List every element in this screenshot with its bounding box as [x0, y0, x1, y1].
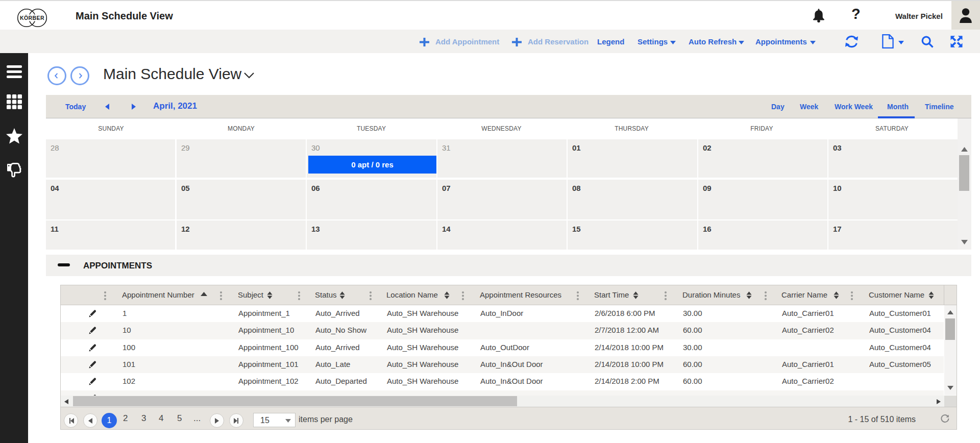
svg-text:KÖRBER: KÖRBER	[20, 15, 44, 21]
